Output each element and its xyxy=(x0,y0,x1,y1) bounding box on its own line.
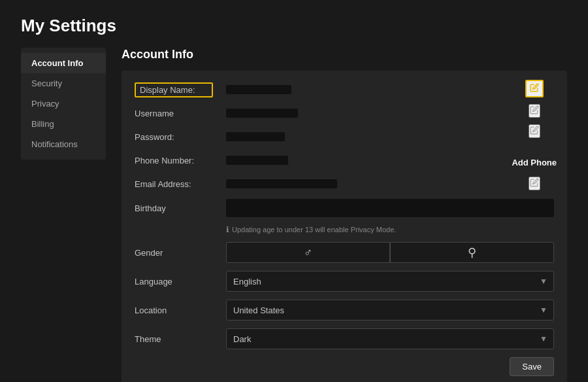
sidebar-item-account-info[interactable]: Account Info xyxy=(21,53,106,73)
sidebar-item-privacy[interactable]: Privacy xyxy=(21,94,106,114)
language-row: Language English Spanish French German P… xyxy=(135,271,554,292)
edit-display-name-button[interactable] xyxy=(525,80,544,97)
language-dropdown-wrapper: English Spanish French German Portuguese… xyxy=(226,271,554,292)
info-icon: ℹ xyxy=(226,225,229,234)
edit-icons-column: Add Phone xyxy=(512,80,557,190)
display-name-row: Display Name: xyxy=(135,81,554,98)
sidebar-item-notifications[interactable]: Notifications xyxy=(21,134,106,154)
edit-email-button[interactable] xyxy=(529,177,540,190)
male-gender-icon: ♂ xyxy=(304,246,313,260)
username-label: Username xyxy=(135,109,226,118)
gender-label: Gender xyxy=(135,248,226,258)
phone-row: Phone Number: xyxy=(135,152,554,169)
theme-dropdown-wrapper: Dark Light ▼ xyxy=(226,328,554,349)
edit-username-button[interactable] xyxy=(529,104,540,118)
sidebar-item-billing[interactable]: Billing xyxy=(21,114,106,134)
location-row: Location United States United Kingdom Ca… xyxy=(135,300,554,321)
email-row: Email Address: xyxy=(135,175,554,192)
sidebar: Account Info Security Privacy Billing No… xyxy=(21,48,106,160)
birthday-row: Birthday xyxy=(135,199,554,217)
birthday-control xyxy=(226,199,554,217)
birthday-bar[interactable] xyxy=(226,199,554,217)
page-wrapper: My Settings Account Info Security Privac… xyxy=(0,0,588,382)
account-info-title: Account Info xyxy=(122,48,567,61)
password-label: Password: xyxy=(135,132,226,142)
password-row: Password: xyxy=(135,128,554,145)
add-phone-button[interactable]: Add Phone xyxy=(512,158,557,167)
theme-label: Theme xyxy=(135,334,226,344)
phone-value xyxy=(226,156,288,165)
location-dropdown-wrapper: United States United Kingdom Canada Aust… xyxy=(226,300,554,321)
birthday-label: Birthday xyxy=(135,203,226,213)
content-area: Account Info xyxy=(106,48,567,382)
gender-buttons: ♂ ⚲ xyxy=(226,242,554,263)
location-select[interactable]: United States United Kingdom Canada Aust… xyxy=(226,300,554,321)
location-label: Location xyxy=(135,305,226,315)
display-name-label-box: Display Name: xyxy=(135,82,213,97)
language-select[interactable]: English Spanish French German Portuguese xyxy=(226,271,554,292)
gender-male-button[interactable]: ♂ xyxy=(226,242,390,263)
sidebar-item-security[interactable]: Security xyxy=(21,73,106,94)
email-value xyxy=(226,179,337,188)
theme-row: Theme Dark Light ▼ xyxy=(135,328,554,349)
page-title: My Settings xyxy=(21,16,567,36)
save-button[interactable]: Save xyxy=(510,357,554,376)
account-info-card: Add Phone Display Name: xyxy=(122,71,567,382)
password-value xyxy=(226,132,285,141)
edit-password-button[interactable] xyxy=(529,124,540,138)
username-value xyxy=(226,109,298,118)
gender-female-button[interactable]: ⚲ xyxy=(390,242,554,263)
save-row: Save xyxy=(135,357,554,376)
gender-row: Gender ♂ ⚲ xyxy=(135,242,554,263)
birthday-hint: ℹ Updating age to under 13 will enable P… xyxy=(226,225,554,234)
display-name-value xyxy=(226,85,291,94)
email-label: Email Address: xyxy=(135,179,226,189)
display-name-label: Display Name: xyxy=(135,82,226,97)
main-layout: Account Info Security Privacy Billing No… xyxy=(21,48,567,382)
female-gender-icon: ⚲ xyxy=(468,245,476,260)
username-row: Username xyxy=(135,105,554,122)
phone-label: Phone Number: xyxy=(135,156,226,165)
language-label: Language xyxy=(135,277,226,286)
theme-select[interactable]: Dark Light xyxy=(226,328,554,349)
